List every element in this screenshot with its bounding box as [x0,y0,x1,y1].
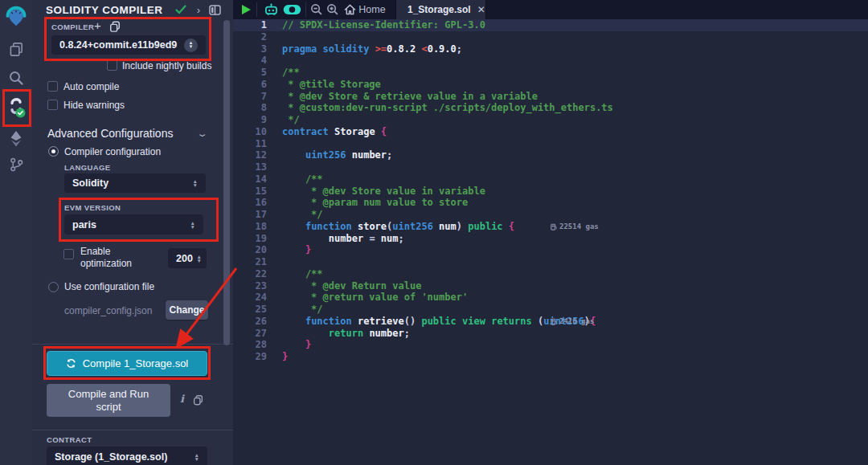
solidity-compiler-icon[interactable] [0,93,32,124]
hide-warnings-checkbox[interactable] [47,100,58,110]
line-number[interactable]: 2 [233,31,267,43]
code-line[interactable]: 27 return number; [233,328,868,340]
optimization-runs-input[interactable]: 200 ▲▼ [168,248,207,268]
line-number[interactable]: 23 [233,280,267,292]
line-number[interactable]: 4 [233,55,267,67]
line-number[interactable]: 29 [233,351,267,363]
compile-button[interactable]: Compile 1_Storage.sol [47,351,207,376]
line-number[interactable]: 22 [233,268,267,280]
change-config-button[interactable]: Change [166,300,208,320]
code-line[interactable]: 1// SPDX-License-Identifier: GPL-3.0 [233,19,868,31]
auto-compile-label[interactable]: Auto compile [63,81,119,92]
stepper-icon[interactable]: ▲▼ [184,39,198,52]
line-number[interactable]: 15 [233,186,267,198]
line-number[interactable]: 26 [233,316,267,328]
line-number[interactable]: 6 [233,79,267,91]
code-editor[interactable]: 1// SPDX-License-Identifier: GPL-3.023pr… [233,19,868,465]
copy-icon[interactable] [193,394,203,406]
include-nightly-checkbox[interactable] [107,60,117,71]
copy-file-icon[interactable] [109,21,121,32]
enable-optimization-label[interactable]: Enable optimization [80,246,145,270]
code-line[interactable]: 22 /** [233,268,868,280]
info-icon[interactable]: i [180,393,184,405]
code-line[interactable]: 11 [233,138,868,150]
code-line[interactable]: 18 function store(uint256 num) public {2… [233,221,868,233]
add-compiler-icon[interactable]: + [94,18,101,32]
auto-compile-checkbox[interactable] [47,81,58,92]
code-line[interactable]: 3pragma solidity >=0.8.2 <0.9.0; [233,43,868,55]
code-line[interactable]: 17 */ [233,209,868,221]
line-number[interactable]: 12 [233,149,267,161]
code-line[interactable]: 5/** [233,67,868,79]
evm-version-select[interactable]: paris ▲▼ [64,214,203,235]
code-line[interactable]: 21 [233,256,868,268]
code-line[interactable]: 4 [233,55,868,67]
play-icon[interactable] [239,0,253,19]
code-line[interactable]: 24 * @return value of 'number' [233,292,868,304]
code-line[interactable]: 8 * @custom:dev-run-script ./scripts/dep… [233,102,868,114]
compiler-configuration-radio[interactable] [48,146,59,157]
search-icon[interactable] [0,66,32,90]
code-line[interactable]: 2 [233,31,868,43]
compiler-version-select[interactable]: 0.8.24+commit.e11b9ed9 ▲▼ [51,35,206,55]
code-line[interactable]: 20 } [233,244,868,256]
line-number[interactable]: 27 [233,328,267,340]
line-number[interactable]: 3 [233,43,267,55]
stepper-icon[interactable]: ▲▼ [197,255,202,263]
zoom-in-icon[interactable] [325,0,341,19]
line-number[interactable]: 9 [233,114,267,126]
line-number[interactable]: 10 [233,126,267,138]
code-line[interactable]: 10contract Storage { [233,126,868,138]
hide-warnings-label[interactable]: Hide warnings [63,100,125,111]
code-line[interactable]: 19 number = num; [233,233,868,245]
code-line[interactable]: 12 uint256 number; [233,149,868,161]
line-number[interactable]: 28 [233,339,267,351]
line-number[interactable]: 25 [233,304,267,316]
line-number[interactable]: 5 [233,67,267,79]
line-number[interactable]: 20 [233,244,267,256]
compiler-configuration-label[interactable]: Compiler configuration [64,146,161,157]
language-select[interactable]: Solidity ▲▼ [64,173,206,193]
ai-robot-icon[interactable] [261,0,280,19]
tab-1-storage-sol[interactable]: 1_Storage.sol ✕ [395,0,486,19]
code-line[interactable]: 29} [233,351,868,363]
line-number[interactable]: 21 [233,256,267,268]
zoom-out-icon[interactable] [309,0,325,19]
code-line[interactable]: 7 * @dev Store & retrieve value in a var… [233,91,868,103]
line-number[interactable]: 17 [233,209,267,221]
include-nightly-label[interactable]: Include nightly builds [122,60,211,71]
code-line[interactable]: 13 [233,161,868,173]
line-number[interactable]: 13 [233,161,267,173]
home-icon[interactable] [342,0,357,19]
line-number[interactable]: 19 [233,233,267,245]
code-line[interactable]: 9 */ [233,114,868,126]
line-number[interactable]: 7 [233,91,267,103]
code-line[interactable]: 6 * @title Storage [233,79,868,91]
remix-logo[interactable] [0,2,32,28]
code-line[interactable]: 23 * @dev Return value [233,280,868,292]
contract-select[interactable]: Storage (1_Storage.sol) ▲▼ [47,447,207,465]
panel-columns-icon[interactable] [207,3,222,16]
line-number[interactable]: 24 [233,292,267,304]
code-line[interactable]: 28 } [233,339,868,351]
line-number[interactable]: 11 [233,138,267,150]
use-configuration-file-label[interactable]: Use configuration file [64,281,154,292]
chevron-down-icon[interactable]: ⌄ [196,128,208,139]
code-line[interactable]: 25 */ [233,304,868,316]
code-line[interactable]: 16 * @param num value to store [233,197,868,209]
line-number[interactable]: 14 [233,173,267,186]
line-number[interactable]: 8 [233,102,267,114]
compile-and-run-button[interactable]: Compile and Run script [47,384,170,417]
deploy-run-icon[interactable] [0,127,32,151]
close-icon[interactable]: ✕ [477,4,485,15]
chevron-right-icon[interactable]: › [191,3,206,16]
line-number[interactable]: 1 [233,19,267,31]
git-branch-icon[interactable] [0,153,32,177]
code-line[interactable]: 26 function retrieve() public view retur… [233,316,868,328]
home-tab[interactable]: Home [357,0,387,19]
advanced-configurations-title[interactable]: Advanced Configurations [47,127,173,140]
code-line[interactable]: 14 /** [233,173,868,186]
line-number[interactable]: 16 [233,197,267,209]
toggle-icon[interactable] [281,0,302,19]
line-number[interactable]: 18 [233,221,267,233]
